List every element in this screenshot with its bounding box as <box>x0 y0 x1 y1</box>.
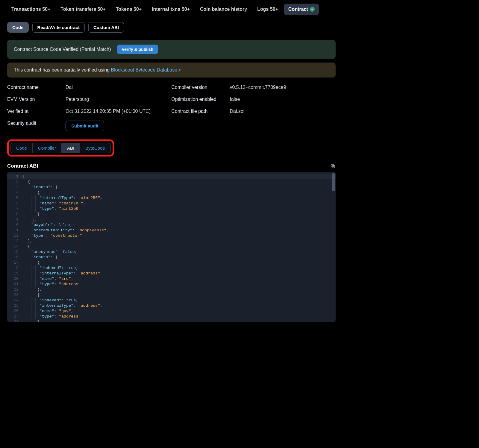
verify-publish-button[interactable]: Verify & publish <box>117 45 158 54</box>
detail-value: Dai.sol <box>230 109 336 114</box>
bytecode-db-alert: This contract has been partially verifie… <box>7 63 336 78</box>
section-title: Contract ABI <box>7 163 38 169</box>
tab-label: Tokens 50+ <box>116 7 142 12</box>
source-tab-compiler[interactable]: Compiler <box>33 143 62 153</box>
source-tab-bytecode[interactable]: ByteCode <box>80 143 110 153</box>
tab-label: Coin balance history <box>200 7 247 12</box>
copy-icon[interactable] <box>330 163 336 169</box>
tab-label: Contract <box>288 7 308 12</box>
detail-value: Oct 31 2022 14:20:35 PM (+01:00 UTC) <box>66 109 172 114</box>
subtab-custom-abi[interactable]: Custom ABI <box>88 22 124 33</box>
line-gutter: 1234567891011121314151617181920212223242… <box>7 172 22 322</box>
detail-value: Dai <box>66 85 172 90</box>
verify-alert-text: Contract Source Code Verified (Partial M… <box>14 47 111 52</box>
code-content: [ {"inputs": [ {"internalType": "uint256… <box>22 172 336 322</box>
tab-label: Internal txns 50+ <box>152 7 190 12</box>
detail-value: false <box>230 97 336 102</box>
detail-value: v0.5.12+commit.7709ece9 <box>230 85 336 90</box>
detail-label: Contract name <box>7 85 66 90</box>
detail-label: Contract file path <box>172 109 230 114</box>
detail-label: Verified at <box>7 109 66 114</box>
tab-transactions[interactable]: Transactions 50+ <box>7 4 54 15</box>
tab-tokens[interactable]: Tokens 50+ <box>112 4 146 15</box>
subtab-read-write-contract[interactable]: Read/Write contract <box>32 22 85 33</box>
source-tab-code[interactable]: Code <box>11 143 33 153</box>
detail-label: Security audit <box>7 121 66 131</box>
verified-check-icon: ✓ <box>310 7 315 12</box>
scrollbar-thumb[interactable] <box>332 173 335 191</box>
abi-section-header: Contract ABI <box>7 163 336 169</box>
contract-subtabs: CodeRead/Write contractCustom ABI <box>7 22 336 33</box>
submit-audit-button[interactable]: Submit audit <box>66 121 104 131</box>
abi-code-editor[interactable]: 1234567891011121314151617181920212223242… <box>7 172 336 322</box>
bytecode-db-link[interactable]: Blockscout Bytecode Database <box>111 67 177 72</box>
detail-value: Petersburg <box>66 97 172 102</box>
tab-contract[interactable]: Contract✓ <box>284 4 319 15</box>
subtab-code[interactable]: Code <box>7 22 29 33</box>
tab-label: Token transfers 50+ <box>60 7 105 12</box>
highlight-annotation: CodeCompilerABIByteCode <box>7 139 114 157</box>
tab-label: Logs 50+ <box>257 7 278 12</box>
detail-label: Compiler version <box>172 85 230 90</box>
source-tab-abi[interactable]: ABI <box>62 143 80 153</box>
tab-internal-txns[interactable]: Internal txns 50+ <box>148 4 194 15</box>
external-link-icon: ↗ <box>178 68 181 72</box>
main-tabs: Transactions 50+Token transfers 50+Token… <box>7 4 336 15</box>
tab-token-transfers[interactable]: Token transfers 50+ <box>56 4 110 15</box>
db-alert-prefix: This contract has been partially verifie… <box>14 67 111 72</box>
tab-logs[interactable]: Logs 50+ <box>253 4 282 15</box>
detail-label: EVM Version <box>7 97 66 102</box>
detail-label: Optimization enabled <box>172 97 230 102</box>
contract-details: Contract nameDaiCompiler versionv0.5.12+… <box>7 85 336 131</box>
source-tabs: CodeCompilerABIByteCode <box>10 143 111 153</box>
tab-coin-balance-history[interactable]: Coin balance history <box>196 4 251 15</box>
tab-label: Transactions 50+ <box>11 7 50 12</box>
verify-alert: Contract Source Code Verified (Partial M… <box>7 40 336 59</box>
